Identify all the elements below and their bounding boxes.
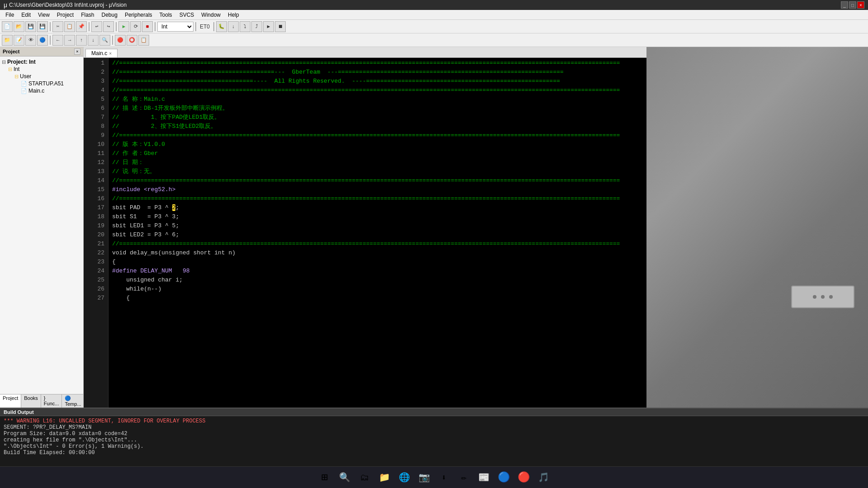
nav-fwd-button[interactable]: → [64, 35, 75, 46]
taskbar-edit-button[interactable]: ✏ [455, 469, 473, 487]
menu-item-tools[interactable]: Tools [156, 11, 176, 19]
redo-button[interactable]: ↪ [103, 21, 114, 32]
bp-list-button[interactable]: 📋 [138, 35, 149, 46]
mem-btn[interactable]: 🔵 [37, 35, 48, 46]
menu-item-project[interactable]: Project [53, 11, 77, 19]
tree-main-file[interactable]: 📄 Main.c [2, 87, 81, 94]
device-dot-3 [829, 295, 833, 299]
new-file-button[interactable]: 📄 [2, 21, 13, 32]
code-text[interactable]: //======================================… [108, 58, 646, 408]
app-icon: μ [4, 1, 7, 9]
taskbar-browser-button[interactable]: 🌐 [395, 469, 413, 487]
nav-up-button[interactable]: ↑ [76, 35, 87, 46]
stop-button[interactable]: ■ [142, 21, 153, 32]
build-button[interactable]: ▶ [118, 21, 129, 32]
tab-func[interactable]: } Func... [41, 394, 62, 408]
menu-bar: FileEditViewProjectFlashDebugPeripherals… [0, 10, 868, 20]
build-line-2: SEGMENT: ?PR?_DELAY_MS?MAIN [4, 424, 864, 431]
sidebar-bottom-tabs: Project Books } Func... 🔵 Temp... [0, 394, 83, 408]
paste-button[interactable]: 📌 [76, 21, 87, 32]
tree-project-label: Project: Int [7, 59, 36, 65]
tree-int-label: Int [14, 66, 19, 72]
menu-item-flash[interactable]: Flash [77, 11, 98, 19]
watch-btn[interactable]: 👁 [25, 35, 36, 46]
title-text: C:\Users\Gber\Desktop\03 Int\Int.uvproj … [9, 2, 127, 8]
minimize-button[interactable]: _ [841, 1, 848, 9]
taskbar-files-button[interactable]: 🗂 [355, 469, 373, 487]
rebuild-button[interactable]: ⟳ [130, 21, 141, 32]
menu-item-peripherals[interactable]: Peripherals [121, 11, 156, 19]
bp-button[interactable]: 🔴 [115, 35, 126, 46]
debug-button[interactable]: 🐛 [216, 21, 227, 32]
title-bar-left: μ C:\Users\Gber\Desktop\03 Int\Int.uvpro… [4, 1, 127, 9]
taskbar-news-button[interactable]: 📰 [475, 469, 493, 487]
sidebar-close-button[interactable]: × [74, 48, 80, 55]
target-label: ET0 [198, 23, 212, 30]
build-output-content[interactable]: *** WARNING L16: UNCALLED SEGMENT, IGNOR… [0, 416, 868, 466]
build-spacer [4, 456, 864, 460]
sep2 [89, 22, 90, 31]
tree-int-folder[interactable]: ⊟ Int [2, 66, 81, 73]
tab-books[interactable]: Books [21, 394, 41, 408]
build-line-6: Build Time Elapsed: 00:00:00 [4, 450, 864, 456]
debug-step-button[interactable]: ↓ [228, 21, 239, 32]
sep1 [50, 22, 51, 31]
reg-btn[interactable]: 📝 [14, 35, 24, 46]
debug-over-button[interactable]: ⤵ [240, 21, 250, 32]
debug-out-button[interactable]: ⤴ [251, 21, 262, 32]
target-select[interactable]: Int [157, 22, 193, 32]
taskbar-app1-button[interactable]: 🔵 [495, 469, 513, 487]
sep5 [195, 22, 196, 31]
tree-startup-file[interactable]: 📄 STARTUP.A51 [2, 80, 81, 87]
save-all-button[interactable]: 💾 [37, 21, 48, 32]
taskbar-camera-button[interactable]: 📷 [415, 469, 433, 487]
tree-user-folder-icon: ⊟ [14, 74, 19, 80]
build-output-header: Build Output [0, 408, 868, 416]
menu-item-view[interactable]: View [34, 11, 53, 19]
tab-project[interactable]: Project [0, 394, 21, 408]
debug-stop-button[interactable]: ⏹ [275, 21, 286, 32]
taskbar-search-button[interactable]: 🔍 [335, 469, 354, 487]
taskbar-music-button[interactable]: 🎵 [534, 469, 552, 487]
open-button[interactable]: 📂 [14, 21, 24, 32]
menu-item-svcs[interactable]: SVCS [176, 11, 198, 19]
sep7 [50, 36, 51, 45]
undo-button[interactable]: ↩ [91, 21, 102, 32]
sep4 [155, 22, 156, 31]
taskbar-app2-button[interactable]: 🔴 [514, 469, 533, 487]
nav-back-button[interactable]: ← [52, 35, 63, 46]
tree-project-root[interactable]: ⊟ Project: Int [2, 58, 81, 66]
right-panel [646, 47, 868, 408]
tree-startup-label: STARTUP.A51 [28, 80, 64, 87]
start-button[interactable]: ⊞ [316, 469, 334, 487]
tab-close-button[interactable]: × [109, 51, 112, 56]
build-output: Build Output *** WARNING L16: UNCALLED S… [0, 408, 868, 466]
code-editor[interactable]: 1 2 3 4 5 6 7 8 9 10 11 12 13 14 15 16 1… [84, 58, 646, 408]
toolbar-main: 📄 📂 💾 💾 ✂ 📋 📌 ↩ ↪ ▶ ⟳ ■ Int ET0 🐛 ↓ ⤵ ⤴ … [0, 20, 868, 33]
copy-button[interactable]: 📋 [64, 21, 75, 32]
menu-item-debug[interactable]: Debug [98, 11, 121, 19]
find-button[interactable]: 🔍 [99, 35, 110, 46]
taskbar-download-button[interactable]: ⬇ [435, 469, 453, 487]
menu-item-window[interactable]: Window [198, 11, 224, 19]
bp-clear-button[interactable]: ⭕ [127, 35, 137, 46]
menu-item-help[interactable]: Help [224, 11, 243, 19]
cut-button[interactable]: ✂ [52, 21, 63, 32]
close-button[interactable]: × [857, 1, 864, 9]
tree-main-file-icon: 📄 [21, 88, 27, 94]
taskbar-folder-button[interactable]: 📁 [375, 469, 393, 487]
sidebar-header: Project × [0, 47, 83, 56]
nav-down-button[interactable]: ↓ [88, 35, 99, 46]
menu-item-edit[interactable]: Edit [18, 11, 34, 19]
tab-temp[interactable]: 🔵 Temp... [62, 394, 84, 408]
save-button[interactable]: 💾 [25, 21, 36, 32]
menu-item-file[interactable]: File [2, 11, 18, 19]
tab-main-c[interactable]: Main.c × [85, 49, 118, 57]
debug-run-button[interactable]: ▶ [263, 21, 274, 32]
tree-file-icon: 📄 [21, 81, 27, 87]
sep8 [112, 36, 113, 45]
proj-btn[interactable]: 📁 [2, 35, 13, 46]
maximize-button[interactable]: □ [849, 1, 856, 9]
tree-user-folder[interactable]: ⊟ User [2, 73, 81, 80]
title-bar-controls[interactable]: _ □ × [841, 1, 864, 9]
